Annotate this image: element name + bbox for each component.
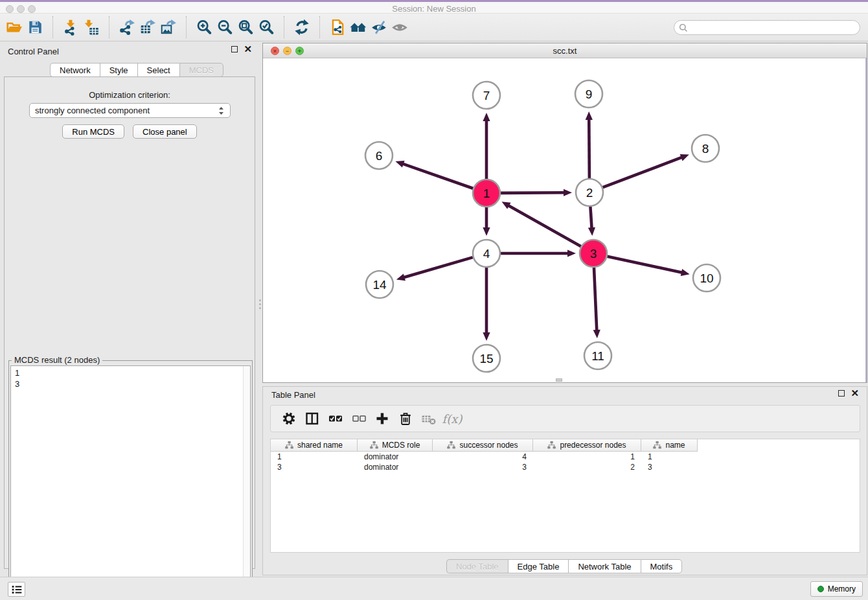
column-header-successor-nodes[interactable]: successor nodes	[433, 439, 533, 452]
tab-motifs[interactable]: Motifs	[641, 559, 683, 573]
check-boxes-button[interactable]	[324, 408, 347, 430]
zoom-in-button[interactable]	[194, 16, 214, 38]
table-cell[interactable]: 3	[433, 462, 533, 472]
save-button[interactable]	[25, 16, 45, 38]
graph-node-8[interactable]: 8	[692, 135, 719, 162]
panel-divider-handle[interactable]	[258, 299, 261, 312]
graph-node-label: 11	[591, 349, 604, 363]
hide-eye-button[interactable]	[369, 16, 389, 38]
column-header-label: predecessor nodes	[560, 441, 626, 450]
tab-edge-table[interactable]: Edge Table	[508, 559, 569, 573]
graph-node-1[interactable]: 1	[473, 179, 500, 207]
run-mcds-button[interactable]: Run MCDS	[62, 124, 124, 139]
table-cell[interactable]: 4	[433, 452, 533, 462]
tab-select[interactable]: Select	[137, 63, 179, 77]
tab-network[interactable]: Network	[50, 63, 100, 77]
close-panel-button[interactable]: Close panel	[133, 124, 197, 139]
search-input[interactable]	[674, 20, 860, 35]
graph-node-4[interactable]: 4	[473, 240, 500, 267]
tab-style[interactable]: Style	[100, 63, 137, 77]
table-cell[interactable]: 3	[271, 462, 358, 472]
graph-node-10[interactable]: 10	[693, 264, 720, 292]
toolbar-separator	[319, 16, 320, 38]
network-canvas[interactable]: 7968124314101511	[263, 58, 867, 382]
plus-button[interactable]	[371, 408, 394, 430]
graph-node-7[interactable]: 7	[473, 82, 500, 109]
trash-button[interactable]	[394, 408, 417, 430]
import-table-button[interactable]	[81, 16, 102, 38]
tab-mcds[interactable]: MCDS	[179, 63, 223, 77]
graph-node-label: 3	[590, 247, 597, 260]
tab-network-table[interactable]: Network Table	[568, 559, 640, 573]
export-image-button[interactable]	[158, 16, 179, 38]
edge-4-14[interactable]	[396, 257, 473, 281]
edge-1-7[interactable]	[483, 113, 490, 179]
network-vertical-scrollbar[interactable]	[865, 58, 867, 382]
export-table-button[interactable]	[137, 16, 158, 38]
result-scrollbar[interactable]	[243, 366, 250, 600]
edge-2-8[interactable]	[603, 154, 689, 187]
export-network-button[interactable]	[117, 16, 137, 38]
float-table-panel-icon[interactable]	[838, 390, 845, 397]
table-cell[interactable]: dominator	[358, 462, 433, 472]
homes-button[interactable]	[348, 16, 369, 38]
graph-node-3[interactable]: 3	[580, 240, 607, 267]
import-network-button[interactable]	[60, 16, 81, 38]
graph-node-14[interactable]: 14	[366, 271, 393, 298]
tab-node-table[interactable]: Node Table	[446, 559, 508, 573]
edge-3-11[interactable]	[593, 268, 600, 338]
column-header-predecessor-nodes[interactable]: predecessor nodes	[533, 439, 641, 452]
close-panel-icon[interactable]: ✕	[244, 46, 252, 52]
network-document-icon	[329, 19, 346, 36]
graph-node-6[interactable]: 6	[365, 142, 393, 169]
graph-node-11[interactable]: 11	[584, 342, 611, 369]
table-cell[interactable]: 1	[641, 452, 698, 462]
save-icon	[27, 19, 43, 36]
network-graph: 7968124314101511	[263, 58, 867, 382]
refresh-button[interactable]	[291, 16, 312, 38]
graph-node-2[interactable]: 2	[576, 179, 603, 206]
graph-node-9[interactable]: 9	[575, 80, 602, 108]
edge-3-1[interactable]	[502, 202, 581, 246]
task-history-button[interactable]	[8, 582, 25, 597]
table-cell[interactable]: 1	[271, 452, 358, 462]
graph-node-15[interactable]: 15	[473, 345, 500, 372]
column-header-shared-name[interactable]: shared name	[271, 439, 358, 452]
table-cell[interactable]: 3	[641, 462, 698, 472]
float-panel-icon[interactable]	[231, 46, 238, 52]
zoom-out-button[interactable]	[214, 16, 235, 38]
edge-1-6[interactable]	[395, 161, 473, 189]
edge-3-10[interactable]	[607, 257, 689, 276]
table-cell[interactable]: 2	[533, 462, 641, 472]
open-folder-button[interactable]	[4, 16, 25, 38]
mcds-result-textarea[interactable]: 13	[10, 365, 251, 600]
column-header-MCDS-role[interactable]: MCDS role	[358, 439, 433, 452]
zoom-selected-button[interactable]	[256, 16, 277, 38]
edge-2-3[interactable]	[588, 207, 595, 236]
network-document-button[interactable]	[327, 16, 348, 38]
show-eye-button[interactable]	[389, 16, 410, 38]
split-table-button[interactable]	[301, 408, 324, 430]
graph-node-label: 8	[702, 142, 709, 156]
graph-node-label: 6	[376, 149, 383, 163]
edge-4-15[interactable]	[483, 268, 490, 341]
memory-button[interactable]: Memory	[810, 581, 863, 597]
edge-2-9[interactable]	[586, 111, 593, 178]
empty-boxes-button[interactable]	[347, 408, 371, 430]
table-cell[interactable]: dominator	[358, 452, 433, 462]
edge-1-4[interactable]	[483, 207, 490, 236]
column-header-name[interactable]: name	[641, 439, 698, 452]
close-table-panel-icon[interactable]: ✕	[851, 390, 859, 397]
gear-button[interactable]	[277, 408, 301, 430]
show-eye-icon	[391, 19, 408, 36]
criterion-dropdown[interactable]: strongly connected component	[29, 103, 231, 118]
table-row[interactable]: 1dominator411	[271, 452, 860, 462]
zoom-fit-button[interactable]	[235, 16, 256, 38]
table-row[interactable]: 3dominator323	[271, 462, 860, 472]
network-horizontal-scroll-handle[interactable]	[556, 378, 562, 382]
edge-1-2[interactable]	[501, 189, 572, 196]
graph-node-label: 15	[479, 352, 493, 365]
edge-4-3[interactable]	[501, 249, 576, 257]
table-cell[interactable]: 1	[533, 452, 641, 462]
fx-icon: f(x)	[442, 412, 463, 426]
